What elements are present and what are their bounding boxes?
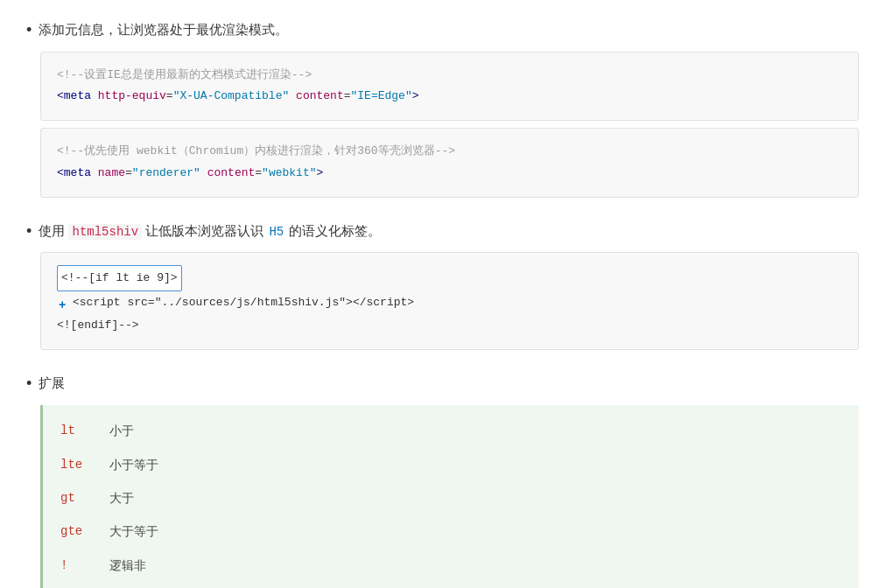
meta-ie-line: <meta http-equiv="X-UA-Compatible" conte… (57, 86, 842, 108)
key-lt: lt (60, 421, 104, 440)
html5shiv-section: • 使用 html5shiv 让低版本浏览器认识 H5 的语义化标签。 <!--… (26, 219, 859, 351)
desc-not: 逻辑非 (109, 556, 146, 575)
html5shiv-intro: 使用 html5shiv 让低版本浏览器认识 H5 的语义化标签。 (39, 219, 859, 243)
tag-close-ie: > (412, 89, 419, 102)
highlight-if[interactable]: <!--[if lt ie 9]> (57, 265, 182, 291)
meta-section: • 添加元信息，让浏览器处于最优渲染模式。 <!--设置IE总是使用最新的文档模… (26, 18, 859, 198)
expand-header: • 扩展 (26, 371, 859, 396)
tag-meta-ie: <meta (57, 89, 98, 102)
if-block: <!--[if lt ie 9]> + <script src="../sour… (40, 252, 859, 350)
expansion-container: lt 小于 lte 小于等于 gt 大于 gte 大于等于 ! 逻辑非 (40, 405, 859, 588)
meta-section-header: • 添加元信息，让浏览器处于最优渲染模式。 (26, 18, 859, 43)
endif-text: <![endif]--> (57, 318, 139, 332)
list-item: lt 小于 (60, 414, 841, 447)
key-not: ! (60, 556, 104, 575)
val-src: "../sources/js/html5shiv.js" (155, 296, 346, 309)
meta-webkit-line: <meta name="renderer" content="webkit"> (57, 163, 842, 185)
comment-webkit: <!--优先使用 webkit（Chromium）内核进行渲染，针对360等壳浏… (57, 144, 455, 158)
tag-close-webkit: > (317, 166, 324, 179)
comment-ie: <!--设置IE总是使用最新的文档模式进行渲染--> (57, 68, 312, 81)
expand-title: 扩展 (39, 371, 859, 395)
bullet-icon: • (26, 18, 32, 43)
meta-section-text: 添加元信息，让浏览器处于最优渲染模式。 (39, 18, 859, 41)
attr-content-ie: content (296, 89, 344, 102)
tag-script-open: <script (73, 296, 127, 309)
plus-icon: + (59, 293, 66, 318)
key-gt: gt (60, 488, 104, 508)
endif-line: <![endif]--> (57, 314, 842, 337)
expansion-block: lt 小于 lte 小于等于 gt 大于 gte 大于等于 ! 逻辑非 (40, 405, 859, 588)
html5shiv-code: html5shiv (68, 224, 142, 240)
desc-gte: 大于等于 (109, 522, 158, 541)
bullet-icon-3: • (26, 371, 32, 396)
desc-lt: 小于 (109, 421, 134, 440)
val-http-equiv: "X-UA-Compatible" (173, 89, 290, 102)
desc-lte: 小于等于 (109, 455, 158, 474)
content-area: • 添加元信息，让浏览器处于最优渲染模式。 <!--设置IE总是使用最新的文档模… (26, 18, 859, 588)
tag-script-close: ></script> (346, 296, 414, 309)
bullet-icon-2: • (26, 219, 32, 244)
attr-content-webkit: content (207, 166, 256, 179)
list-item: gte 大于等于 (60, 514, 841, 548)
if-highlighted-line: <!--[if lt ie 9]> (57, 265, 842, 291)
tag-meta-webkit: <meta (57, 166, 98, 179)
val-content-ie: "IE=Edge" (351, 89, 412, 102)
comment-line-ie: <!--设置IE总是使用最新的文档模式进行渲染--> (57, 65, 842, 87)
list-item: gt 大于 (60, 481, 841, 514)
code-block-ie: <!--设置IE总是使用最新的文档模式进行渲染--> <meta http-eq… (40, 52, 859, 121)
val-name-webkit: "renderer" (132, 166, 200, 179)
val-content-webkit: "webkit" (262, 166, 316, 179)
comment-line-webkit: <!--优先使用 webkit（Chromium）内核进行渲染，针对360等壳浏… (57, 141, 842, 163)
key-gte: gte (60, 522, 104, 541)
desc-gt: 大于 (109, 488, 134, 508)
key-lte: lte (60, 455, 104, 474)
attr-src: src (127, 296, 147, 309)
attr-name-webkit: name (98, 166, 125, 179)
expand-section: • 扩展 lt 小于 lte 小于等于 gt 大于 gte 大于等于 (26, 371, 859, 588)
code-block-webkit: <!--优先使用 webkit（Chromium）内核进行渲染，针对360等壳浏… (40, 128, 859, 197)
h5-code: H5 (267, 224, 285, 240)
list-item: ! 逻辑非 (60, 549, 841, 582)
list-item: lte 小于等于 (60, 448, 841, 481)
attr-http-equiv: http-equiv (98, 89, 166, 102)
script-line-wrapper: + <script src="../sources/js/html5shiv.j… (73, 291, 842, 314)
html5shiv-header: • 使用 html5shiv 让低版本浏览器认识 H5 的语义化标签。 (26, 219, 859, 244)
